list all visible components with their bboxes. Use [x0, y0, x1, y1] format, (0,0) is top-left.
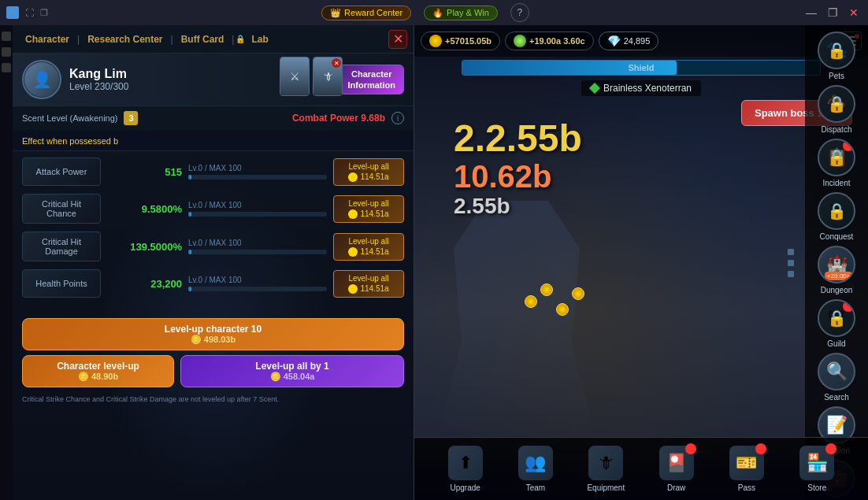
- restore-button[interactable]: ❐: [825, 6, 841, 19]
- effect-text: Effect when possessed b: [22, 136, 118, 146]
- char-avatar: 👤: [22, 60, 61, 99]
- incident-red-dot: [843, 140, 854, 151]
- right-btn-guild[interactable]: 🛡 🔒 Guild: [813, 299, 860, 348]
- right-btn-search[interactable]: 🔍 Search: [813, 353, 860, 402]
- level-up-char10-label: Level-up character 10: [35, 324, 391, 335]
- bottom-nav-draw[interactable]: 🎴 Draw: [653, 446, 700, 492]
- title-bar-right: — ❐ ✕: [803, 6, 868, 19]
- damage-number-3: 2.55b: [454, 195, 805, 217]
- level-up-all-crit-damage-button[interactable]: Level-up all 114.51a: [333, 233, 404, 261]
- level-up-all-attack-button[interactable]: Level-up all 114.51a: [333, 158, 404, 186]
- level-up-cost-attack: 114.51a: [340, 172, 397, 182]
- special-resource: +19.00a 3.60c: [505, 31, 594, 50]
- bottom-nav-upgrade[interactable]: ⬆ Upgrade: [442, 446, 489, 492]
- right-btn-dungeon[interactable]: 🏰 +20.00a Dungeon: [813, 246, 860, 294]
- stat-bar-fill-hp: [188, 287, 191, 291]
- bottom-row1: Level-up character 10 🪙 498.03b: [22, 318, 404, 350]
- title-bar-left: ⛶ ❐: [0, 6, 48, 19]
- levelup-all1-label: Level-up all by 1: [194, 361, 391, 372]
- store-nav-icon: 🏪: [799, 446, 834, 480]
- mini-char-1[interactable]: ⚔: [280, 57, 310, 96]
- dungeon-plus-badge: +20.00a: [825, 272, 852, 280]
- right-btn-incident[interactable]: 📋 🔒 Incident: [813, 139, 860, 187]
- char-levelup-cost: 🪙 48.90b: [35, 372, 161, 382]
- panel-close-button[interactable]: ✕: [388, 30, 407, 49]
- minimize-button[interactable]: —: [803, 6, 820, 19]
- stat-row-crit-chance: Critical HitChance 9.5800% Lv.0 / MAX 10…: [22, 194, 404, 224]
- level-up-label-crit-chance: Level-up all: [340, 199, 397, 208]
- level-up-all-hp-button[interactable]: Level-up all 114.51a: [333, 270, 404, 298]
- level-up-char10-cost: 🪙 498.03b: [35, 335, 391, 345]
- incident-lock-icon: 🔒: [827, 148, 847, 167]
- search-label: Search: [824, 393, 849, 402]
- pass-nav-label: Pass: [738, 483, 755, 492]
- combat-power-info-button[interactable]: i: [391, 112, 404, 124]
- level-up-cost-crit-damage: 114.51a: [340, 247, 397, 257]
- store-nav-label: Store: [807, 483, 826, 492]
- nav-sep-3: |: [230, 34, 236, 45]
- coin-icon-attack: [348, 172, 358, 182]
- sidebar-icon-3[interactable]: [2, 63, 11, 72]
- reward-center-button[interactable]: 👑 Reward Center: [321, 6, 411, 20]
- levelup-all1-button[interactable]: Level-up all by 1 🪙 458.04a: [180, 355, 404, 387]
- tab-lab[interactable]: Lab: [245, 34, 274, 45]
- disclaimer-text: Critical Strike Chance and Critical Stri…: [22, 392, 404, 406]
- lock-icon-nav: 🔒: [236, 35, 245, 43]
- play-win-button[interactable]: 🔥 Play & Win: [424, 6, 498, 20]
- level-up-label-hp: Level-up all: [340, 274, 397, 283]
- enemy-name-text: Brainless Xenoterran: [603, 83, 692, 94]
- tab-buff-card[interactable]: Buff Card: [175, 34, 231, 45]
- tab-character[interactable]: Character: [19, 34, 76, 45]
- gem-icon: 💎: [607, 35, 621, 47]
- scroll-indicators: [788, 249, 794, 277]
- dispatch-lock-icon: 🔒: [827, 94, 847, 113]
- bottom-nav-equipment[interactable]: 🗡 Equipment: [582, 446, 629, 492]
- close-button[interactable]: ✕: [846, 6, 862, 19]
- gems-resource: 💎 24,895: [599, 31, 659, 50]
- char-preview-row: ⚔ 🗡 ✕: [280, 57, 343, 96]
- stat-level-crit-damage: Lv.0 / MAX 100: [188, 239, 327, 254]
- level-up-all-crit-chance-button[interactable]: Level-up all 114.51a: [333, 195, 404, 223]
- app-icon: [6, 6, 19, 19]
- fire-icon: 🔥: [432, 8, 443, 18]
- char-info-label2: Information: [348, 80, 396, 91]
- tab-research-center[interactable]: Research Center: [81, 34, 169, 45]
- coin-icon-crit-damage: [348, 247, 358, 257]
- sidebar-icon-1[interactable]: [2, 31, 11, 41]
- incident-icon-circle: 📋 🔒: [818, 139, 855, 176]
- right-btn-dispatch[interactable]: 🏇 🔒 Dispatch: [813, 85, 860, 134]
- nav-tabs: Character | Research Center | Buff Card …: [13, 25, 414, 54]
- right-btn-pets[interactable]: 🐾 🔒 Pets: [813, 31, 860, 80]
- stat-bar-bg-attack: [188, 175, 327, 180]
- cost-value-hp: 114.51a: [360, 284, 388, 293]
- window-icon[interactable]: ❐: [40, 8, 48, 18]
- help-button[interactable]: ?: [510, 3, 529, 22]
- sidebar-icon-2[interactable]: [2, 47, 11, 57]
- right-btn-conquest[interactable]: ⚔ 🔒 Conquest: [813, 192, 860, 241]
- shield-label: Shield: [628, 63, 654, 72]
- scroll-dot-2[interactable]: [788, 260, 794, 266]
- bottom-nav-pass[interactable]: 🎫 Pass: [723, 446, 770, 492]
- pets-icon-circle: 🐾 🔒: [818, 31, 855, 69]
- scroll-dot-3[interactable]: [788, 271, 794, 277]
- reward-center-label: Reward Center: [344, 8, 402, 17]
- bottom-nav-store[interactable]: 🏪 Store: [793, 446, 840, 492]
- scroll-dot-1[interactable]: [788, 249, 794, 255]
- level-up-char10-button[interactable]: Level-up character 10 🪙 498.03b: [22, 318, 404, 350]
- mini-char-2[interactable]: 🗡 ✕: [313, 57, 343, 96]
- team-nav-label: Team: [526, 483, 545, 492]
- expand-icon[interactable]: ⛶: [25, 8, 34, 17]
- coin-3: [556, 303, 569, 316]
- combat-power-label: Combat Power: [292, 113, 358, 124]
- bottom-nav-team[interactable]: 👥 Team: [512, 446, 559, 492]
- char-levelup-button[interactable]: Character level-up 🪙 48.90b: [22, 355, 174, 387]
- character-panel: Character | Research Center | Buff Card …: [13, 25, 414, 500]
- char-levelup-label: Character level-up: [35, 361, 161, 372]
- char-info-badge[interactable]: Character Information: [339, 65, 405, 95]
- conquest-lock-icon: 🔒: [827, 202, 847, 220]
- stat-bar-bg-crit-chance: [188, 212, 327, 217]
- stat-level-text-attack: Lv.0 / MAX 100: [188, 164, 327, 172]
- char-avatar-inner: 👤: [24, 62, 59, 97]
- conquest-icon-circle: ⚔ 🔒: [818, 192, 855, 230]
- mini-char-2-close[interactable]: ✕: [332, 58, 341, 68]
